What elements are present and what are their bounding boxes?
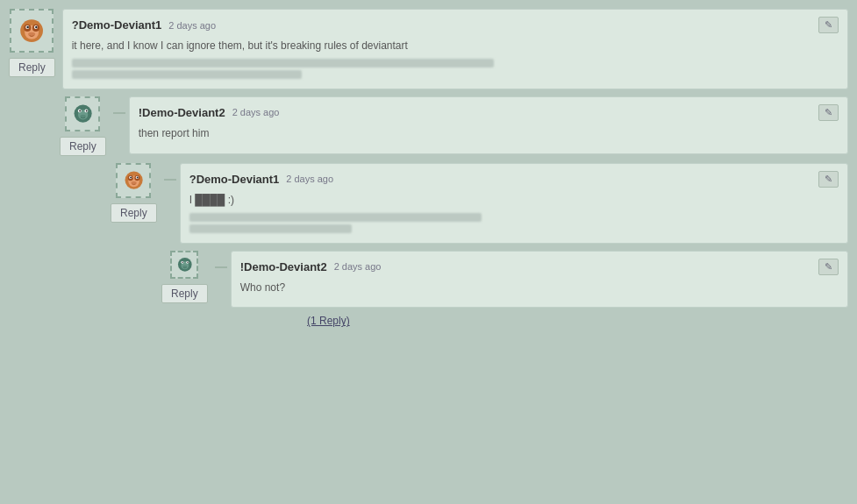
svg-point-30 — [187, 261, 188, 262]
svg-point-13 — [79, 110, 81, 112]
svg-point-7 — [35, 26, 37, 28]
avatar-0 — [10, 9, 54, 53]
reply-button-0[interactable]: Reply — [9, 58, 55, 77]
comment-block-0: Reply ?Demo-Deviant1 2 days ago ✎ it her… — [9, 9, 848, 89]
comment-body-1: !Demo-Deviant2 2 days ago ✎ then report … — [129, 96, 848, 154]
comment-meta-3: !Demo-Deviant2 2 days ago — [240, 260, 382, 273]
timestamp-3: 2 days ago — [334, 261, 382, 272]
avatar-2 — [116, 163, 151, 198]
svg-point-6 — [27, 26, 29, 28]
comment-meta-2: ?Demo-Deviant1 2 days ago — [189, 173, 333, 186]
svg-point-22 — [130, 177, 132, 179]
comment-header-3: !Demo-Deviant2 2 days ago ✎ — [240, 259, 839, 275]
comment-body-3: !Demo-Deviant2 2 days ago ✎ Who not? — [231, 251, 848, 309]
connector-1 — [113, 112, 125, 114]
timestamp-0: 2 days ago — [168, 20, 216, 31]
reply-button-3[interactable]: Reply — [161, 284, 208, 303]
avatar-col-3: Reply — [161, 251, 208, 303]
nested-level-3: Reply !Demo-Deviant2 2 days ago ✎ Who no… — [161, 251, 848, 328]
svg-point-14 — [85, 110, 87, 112]
nested-level-1: Reply !Demo-Deviant2 2 days ago ✎ then r… — [60, 96, 848, 328]
nested-level-2: Reply ?Demo-Deviant1 2 days ago ✎ I ████… — [111, 163, 848, 328]
connector-3 — [215, 266, 227, 268]
avatar-col-2: Reply — [111, 163, 157, 223]
avatar-1 — [65, 96, 100, 131]
username-2: ?Demo-Deviant1 — [189, 173, 280, 186]
comment-meta-1: !Demo-Deviant2 2 days ago — [139, 106, 280, 119]
svg-point-8 — [28, 32, 35, 37]
replies-count-link[interactable]: (1 Reply) — [307, 315, 350, 327]
comment-header-0: ?Demo-Deviant1 2 days ago ✎ — [72, 17, 839, 33]
edit-button-3[interactable]: ✎ — [818, 259, 839, 275]
comment-text-0: it here, and I know I can ignore them, b… — [72, 39, 839, 53]
timestamp-1: 2 days ago — [232, 107, 280, 117]
connector-2 — [164, 179, 176, 181]
edit-button-1[interactable]: ✎ — [818, 104, 839, 121]
svg-point-24 — [131, 181, 136, 185]
username-3: !Demo-Deviant2 — [240, 260, 327, 273]
username-1: !Demo-Deviant2 — [139, 106, 225, 119]
svg-point-23 — [136, 177, 138, 179]
replies-count: (1 Reply) — [307, 315, 848, 327]
comment-body-0: ?Demo-Deviant1 2 days ago ✎ it here, and… — [62, 9, 848, 89]
blurred-line-2-0 — [189, 213, 482, 222]
comment-block-2: Reply ?Demo-Deviant1 2 days ago ✎ I ████… — [111, 163, 848, 244]
comment-block-3: Reply !Demo-Deviant2 2 days ago ✎ Who no… — [161, 251, 848, 309]
comment-header-2: ?Demo-Deviant1 2 days ago ✎ — [189, 171, 839, 188]
comment-text-1: then report him — [139, 126, 839, 141]
avatar-col-0: Reply — [9, 9, 55, 77]
username-0: ?Demo-Deviant1 — [72, 18, 162, 32]
blurred-line-0-1 — [72, 70, 302, 79]
avatar-3 — [170, 251, 198, 279]
comment-thread: Reply ?Demo-Deviant1 2 days ago ✎ it her… — [9, 9, 848, 327]
blurred-line-0-0 — [72, 59, 494, 67]
edit-button-0[interactable]: ✎ — [818, 17, 839, 33]
reply-button-2[interactable]: Reply — [111, 203, 157, 223]
comment-text-3: Who not? — [240, 280, 839, 295]
timestamp-2: 2 days ago — [286, 174, 333, 184]
svg-point-29 — [182, 261, 182, 262]
comment-header-1: !Demo-Deviant2 2 days ago ✎ — [139, 104, 839, 121]
comment-block-1: Reply !Demo-Deviant2 2 days ago ✎ then r… — [60, 96, 848, 156]
comment-text-2: I ████ :) — [189, 193, 839, 208]
blurred-line-2-1 — [189, 224, 352, 233]
comment-body-2: ?Demo-Deviant1 2 days ago ✎ I ████ :) — [180, 163, 848, 244]
avatar-col-1: Reply — [60, 96, 106, 156]
edit-button-2[interactable]: ✎ — [818, 171, 839, 188]
comment-meta-0: ?Demo-Deviant1 2 days ago — [72, 18, 216, 32]
reply-button-1[interactable]: Reply — [60, 137, 106, 156]
